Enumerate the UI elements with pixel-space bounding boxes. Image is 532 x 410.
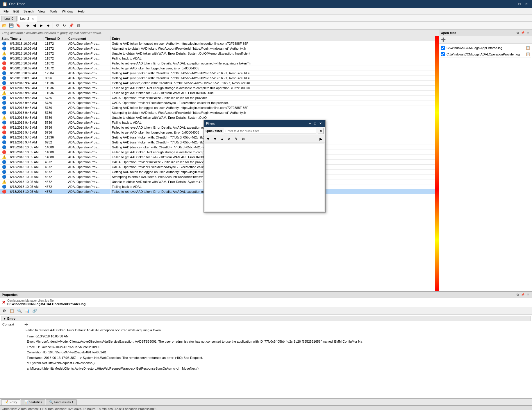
table-row[interactable]: 🔵 6/11/2018 9:43 AM 5736 ADALOperationPr… <box>0 96 439 100</box>
toolbar-pin[interactable]: 📌 <box>68 22 74 29</box>
info-icon: 🔵 <box>2 135 6 139</box>
filters-toolbar: ▼ ▼ ▲ ✕ ✎ ⧉ ▶ <box>204 135 325 143</box>
toolbar-save[interactable]: 💾 <box>8 22 15 29</box>
table-row[interactable]: 🔴 6/6/2018 10:09 AM 11872 ADALOperationP… <box>0 66 439 71</box>
file-name-0: C:\Windows\CCM\Logs\AppEnforce.log <box>447 46 524 50</box>
toolbar-open[interactable]: 📂 <box>1 22 8 29</box>
table-row[interactable]: 🔵 6/11/2018 9:43 AM 5736 ADALOperationPr… <box>0 105 439 110</box>
properties-title: Properties <box>2 293 17 296</box>
cell-component: ADALOperationProv... <box>67 86 110 91</box>
filter-scroll-right-btn[interactable]: ▶ <box>318 136 324 142</box>
table-row[interactable]: 🔵 6/11/2018 9:43 AM 5736 ADALOperationPr… <box>0 110 439 115</box>
entry-collapse-arrow[interactable]: ▼ <box>3 317 6 320</box>
cell-thread: 11872 <box>44 66 67 71</box>
table-row[interactable]: 🔵 6/6/2018 10:09 AM 11872 ADALOperationP… <box>0 46 439 51</box>
panel-float-btn[interactable]: ⧉ <box>515 30 520 35</box>
col-header-entry[interactable]: Entry <box>111 36 439 41</box>
app-title: One Trace <box>9 2 509 6</box>
table-row[interactable]: 🔵 6/11/2018 9:43 AM 5736 ADALOperationPr… <box>0 100 439 105</box>
properties-pin-btn[interactable]: 📌 <box>520 292 525 297</box>
toolbar-refresh[interactable]: ↺ <box>54 22 60 29</box>
toolbar-delete[interactable]: 🗑 <box>75 22 81 29</box>
menu-edit[interactable]: Edit <box>11 8 21 15</box>
panel-close-btn[interactable]: ✕ <box>526 30 530 35</box>
bottom-tab-findresults[interactable]: 🔍 Find results 1 <box>46 399 77 405</box>
filters-dialog-title: Filters <box>206 122 307 125</box>
col-header-time[interactable]: Time ▲ <box>9 36 44 41</box>
table-row[interactable]: 🔵 6/6/2018 10:09 AM 11872 ADALOperationP… <box>0 41 439 46</box>
table-row[interactable]: ⚠️ 6/6/2018 10:09 AM 11872 ADALOperation… <box>0 51 439 56</box>
menu-view[interactable]: View <box>36 8 48 15</box>
cell-thread: 5736 <box>44 115 67 120</box>
cell-status: 🔵 <box>0 135 9 140</box>
table-row[interactable]: ⚠️ 6/11/2018 9:43 AM 11536 ADALOperation… <box>0 91 439 96</box>
file-action-icon-0[interactable]: 📋 <box>526 46 530 50</box>
tab-log2[interactable]: Log_2 ✕ <box>17 16 38 21</box>
toolbar-last[interactable]: ⏭ <box>45 22 51 29</box>
panel-pin-btn[interactable]: 📌 <box>520 30 525 35</box>
prop-btn5[interactable]: 🔗 <box>31 308 38 314</box>
filter-delete-btn[interactable]: ✕ <box>226 136 232 142</box>
cell-entry: CADALOperationProvider:ExecMethodAsync -… <box>110 100 439 105</box>
tab-log2-close[interactable]: ✕ <box>32 17 34 20</box>
prop-btn2[interactable]: 📋 <box>9 308 15 314</box>
table-row[interactable]: 🔵 6/11/2018 9:43 AM 11536 ADALOperationP… <box>0 81 439 86</box>
bottom-tab-entry[interactable]: 📝 Entry <box>1 399 20 405</box>
properties-content[interactable]: ▼ Entry Context ✛ Failed to retrieve AAD… <box>0 315 532 398</box>
tab-log0[interactable]: Log_0 <box>1 16 17 21</box>
filter-edit-btn[interactable]: ✎ <box>233 136 239 142</box>
stats-tab-label: Statistics <box>29 400 42 404</box>
bottom-tab-statistics[interactable]: 📊 Statistics <box>21 399 45 405</box>
minimize-button[interactable]: ─ <box>509 1 516 7</box>
cell-component: ADALOperationProv... <box>67 175 110 179</box>
file-checkbox-1[interactable] <box>441 52 445 56</box>
filter-copy-btn[interactable]: ⧉ <box>240 136 246 142</box>
add-file-btn[interactable]: ➕ <box>440 37 447 43</box>
toolbar-next[interactable]: ▶ <box>38 22 44 29</box>
prop-btn4[interactable]: 📊 <box>24 308 30 314</box>
filters-maximize-btn[interactable]: □ <box>313 121 318 126</box>
cell-time: 6/11/2018 9:43 AM <box>9 91 44 96</box>
menu-help[interactable]: Help <box>76 8 87 15</box>
col-header-component[interactable]: Component <box>67 36 111 41</box>
table-row[interactable]: ⚠️ 6/11/2018 9:43 AM 5736 ADALOperationP… <box>0 115 439 120</box>
table-row[interactable]: 🔵 6/6/2018 10:09 AM 11872 ADALOperationP… <box>0 56 439 61</box>
menu-tools[interactable]: Tools <box>47 8 60 15</box>
col-header-thread[interactable]: Thread ID <box>44 36 67 41</box>
info-icon: 🔵 <box>2 111 6 115</box>
cell-component: ADALOperationProv... <box>67 115 110 120</box>
file-action-icon-1[interactable]: 📋 <box>526 52 530 56</box>
table-row[interactable]: 🔴 6/6/2018 10:09 AM 11872 ADALOperationP… <box>0 61 439 66</box>
filter-up-btn[interactable]: ▲ <box>219 136 225 142</box>
filter-add-btn[interactable]: ▼ <box>205 136 211 142</box>
menu-window[interactable]: Window <box>60 8 76 15</box>
filters-close-btn[interactable]: ✕ <box>318 121 323 126</box>
toolbar-prev[interactable]: ◀ <box>31 22 38 29</box>
properties-float-btn[interactable]: ⧉ <box>515 292 520 297</box>
properties-close-btn[interactable]: ✕ <box>526 292 530 297</box>
toolbar-first[interactable]: ⏮ <box>24 22 31 29</box>
cell-thread: 4572 <box>44 179 67 184</box>
maximize-button[interactable]: □ <box>516 1 523 7</box>
toolbar-redo[interactable]: ↻ <box>61 22 67 29</box>
prop-btn1[interactable]: ⚙ <box>1 308 8 314</box>
toolbar-bookmark[interactable]: 🔖 <box>15 22 22 29</box>
close-button[interactable]: ✕ <box>523 1 530 7</box>
menu-search[interactable]: Search <box>21 8 36 15</box>
col-header-status[interactable]: Status <box>0 36 9 41</box>
info-icon: 🔵 <box>2 101 6 105</box>
cell-thread: 11872 <box>44 61 67 66</box>
file-checkbox-0[interactable] <box>441 46 445 50</box>
cell-time: 6/11/2018 9:43 AM <box>9 100 44 105</box>
filter-down-btn[interactable]: ▼ <box>212 136 218 142</box>
quick-filter-clear-btn[interactable]: ✕ <box>318 128 324 134</box>
table-row[interactable]: 🔵 6/6/2018 10:09 AM 12584 ADALOperationP… <box>0 71 439 76</box>
entry-section-header[interactable]: ▼ Entry <box>1 316 531 321</box>
filters-minimize-btn[interactable]: ─ <box>307 121 313 126</box>
quick-filter-input[interactable] <box>224 128 316 134</box>
table-row[interactable]: 🔴 6/11/2018 9:43 AM 11536 ADALOperationP… <box>0 86 439 91</box>
cell-time: 6/13/2018 10:05 AM <box>9 145 44 150</box>
table-row[interactable]: 🔵 6/6/2018 10:10 AM 9696 ADALOperationPr… <box>0 76 439 81</box>
prop-btn3[interactable]: 🔍 <box>16 308 23 314</box>
menu-file[interactable]: File <box>1 8 11 15</box>
